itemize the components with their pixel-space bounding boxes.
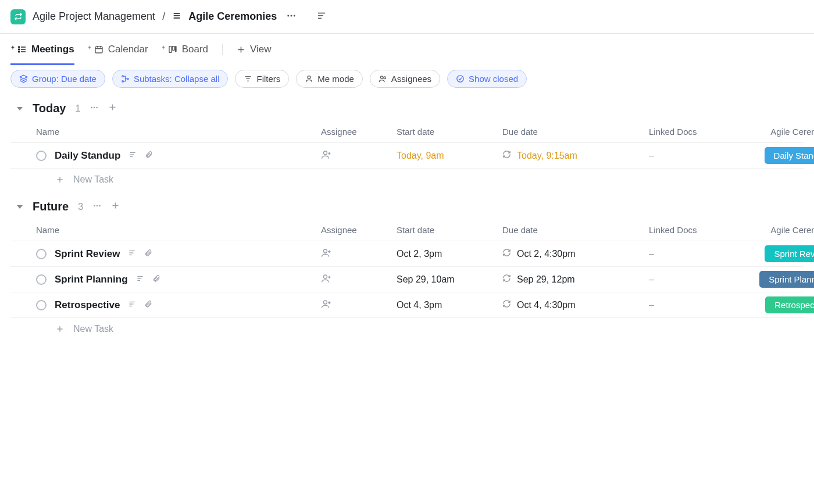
col-assignee[interactable]: Assignee	[321, 225, 397, 235]
linked-docs-cell[interactable]: –	[649, 300, 744, 310]
add-view-label: View	[250, 44, 272, 55]
col-due[interactable]: Due date	[502, 225, 649, 235]
due-date-cell[interactable]: Oct 2, 4:30pm	[502, 248, 649, 259]
description-icon[interactable]	[128, 249, 136, 259]
svg-point-14	[19, 51, 20, 52]
plus-icon[interactable]	[108, 102, 117, 115]
col-start[interactable]: Start date	[397, 225, 502, 235]
pill-filters-label: Filters	[256, 74, 280, 84]
status-circle[interactable]	[36, 151, 47, 161]
ceremony-badge[interactable]: Sprint Review	[765, 245, 814, 262]
svg-point-35	[94, 107, 95, 109]
more-options-icon[interactable]	[284, 8, 299, 25]
table-header: Name Assignee Start date Due date Linked…	[10, 219, 804, 241]
col-ceremony[interactable]: Agile Ceremony	[744, 225, 814, 235]
attachment-icon[interactable]	[144, 300, 152, 310]
status-circle[interactable]	[36, 249, 47, 259]
linked-docs-cell[interactable]: –	[649, 249, 744, 259]
col-due[interactable]: Due date	[502, 127, 649, 137]
breadcrumb-bar: Agile Project Management / Agile Ceremon…	[0, 0, 814, 34]
start-date-cell[interactable]: Oct 4, 3pm	[397, 300, 502, 310]
col-start[interactable]: Start date	[397, 127, 502, 137]
table-row[interactable]: Retrospective Oct 4, 3pm Oct 4, 4:30pm –…	[10, 292, 804, 318]
due-date-cell[interactable]: Oct 4, 4:30pm	[502, 299, 649, 310]
pill-subtasks[interactable]: Subtasks: Collapse all	[112, 70, 229, 88]
assignee-cell[interactable]	[321, 149, 397, 162]
ceremony-badge[interactable]: Daily Standup	[765, 147, 814, 164]
tab-separator	[222, 44, 223, 55]
chevron-down-icon[interactable]	[16, 104, 23, 113]
svg-point-67	[324, 301, 327, 304]
recurring-icon	[502, 299, 511, 310]
table-row[interactable]: Daily Standup Today, 9am Today, 9:15am –…	[10, 143, 804, 169]
pill-group-by[interactable]: Group: Due date	[10, 70, 105, 88]
status-circle[interactable]	[36, 274, 47, 285]
ceremony-badge[interactable]: Sprint Planning	[759, 271, 814, 288]
col-assignee[interactable]: Assignee	[321, 127, 397, 137]
new-task-button[interactable]: New Task	[10, 169, 804, 191]
pill-me-mode[interactable]: Me mode	[296, 70, 363, 88]
group-more-icon[interactable]	[90, 103, 99, 114]
col-linked[interactable]: Linked Docs	[649, 225, 744, 235]
svg-rect-19	[169, 47, 172, 53]
svg-point-30	[308, 76, 310, 79]
linked-docs-cell[interactable]: –	[649, 274, 744, 285]
attachment-icon[interactable]	[144, 249, 152, 259]
breadcrumb-workspace[interactable]: Agile Project Management	[33, 10, 155, 23]
description-icon[interactable]	[128, 151, 137, 160]
new-task-label: New Task	[73, 174, 113, 185]
svg-point-26	[127, 78, 129, 80]
assignee-cell[interactable]	[321, 299, 397, 311]
start-date-cell[interactable]: Today, 9am	[397, 151, 502, 161]
col-linked[interactable]: Linked Docs	[649, 127, 744, 137]
task-title[interactable]: Sprint Planning	[55, 274, 128, 285]
assignee-cell[interactable]	[321, 273, 397, 285]
attachment-icon[interactable]	[152, 274, 160, 284]
assignee-cell[interactable]	[321, 248, 397, 260]
pill-filters[interactable]: Filters	[235, 70, 289, 88]
start-date-cell[interactable]: Sep 29, 10am	[397, 274, 502, 285]
group-today: Today 1 Name Assignee Start date Due dat…	[0, 99, 814, 198]
tab-calendar[interactable]: Calendar	[87, 34, 148, 65]
svg-rect-20	[172, 47, 174, 51]
svg-point-36	[97, 107, 98, 109]
pin-icon	[10, 41, 15, 53]
group-more-icon[interactable]	[92, 201, 102, 212]
pill-assignees[interactable]: Assignees	[370, 70, 440, 88]
workspace-icon	[10, 9, 26, 24]
group-header-future: Future 3	[10, 198, 804, 219]
task-title[interactable]: Sprint Review	[55, 248, 120, 260]
svg-point-48	[97, 205, 98, 207]
linked-docs-cell[interactable]: –	[649, 151, 744, 161]
status-circle[interactable]	[36, 300, 47, 310]
pill-assignees-label: Assignees	[391, 74, 431, 84]
tab-board[interactable]: Board	[161, 34, 208, 65]
attachment-icon[interactable]	[145, 151, 153, 160]
description-icon[interactable]	[314, 8, 329, 25]
task-title[interactable]: Retrospective	[55, 299, 120, 311]
tab-meetings[interactable]: Meetings	[10, 34, 74, 65]
col-ceremony[interactable]: Agile Ceremony	[744, 127, 814, 137]
pill-subtasks-label: Subtasks: Collapse all	[134, 74, 220, 84]
group-future: Future 3 Name Assignee Start date Due da…	[0, 198, 814, 347]
plus-icon[interactable]	[111, 201, 120, 213]
chevron-down-icon[interactable]	[16, 202, 23, 212]
pill-show-closed[interactable]: Show closed	[447, 70, 527, 88]
group-title: Today	[33, 102, 66, 115]
description-icon[interactable]	[136, 274, 144, 284]
svg-point-49	[99, 205, 101, 207]
ceremony-badge[interactable]: Retrospective	[765, 296, 814, 313]
new-task-button[interactable]: New Task	[10, 318, 804, 340]
due-date-cell[interactable]: Today, 9:15am	[502, 150, 649, 161]
add-view-button[interactable]: View	[237, 44, 272, 55]
task-title[interactable]: Daily Standup	[55, 150, 120, 162]
breadcrumb-list[interactable]: Agile Ceremonies	[188, 10, 277, 23]
due-date-cell[interactable]: Sep 29, 12pm	[502, 274, 649, 285]
col-name[interactable]: Name	[36, 127, 321, 137]
table-row[interactable]: Sprint Planning Sep 29, 10am Sep 29, 12p…	[10, 267, 804, 292]
start-date-cell[interactable]: Oct 2, 3pm	[397, 249, 502, 259]
table-row[interactable]: Sprint Review Oct 2, 3pm Oct 2, 4:30pm –…	[10, 241, 804, 267]
col-name[interactable]: Name	[36, 225, 321, 235]
description-icon[interactable]	[128, 300, 136, 310]
pill-group-label: Group: Due date	[32, 74, 97, 84]
